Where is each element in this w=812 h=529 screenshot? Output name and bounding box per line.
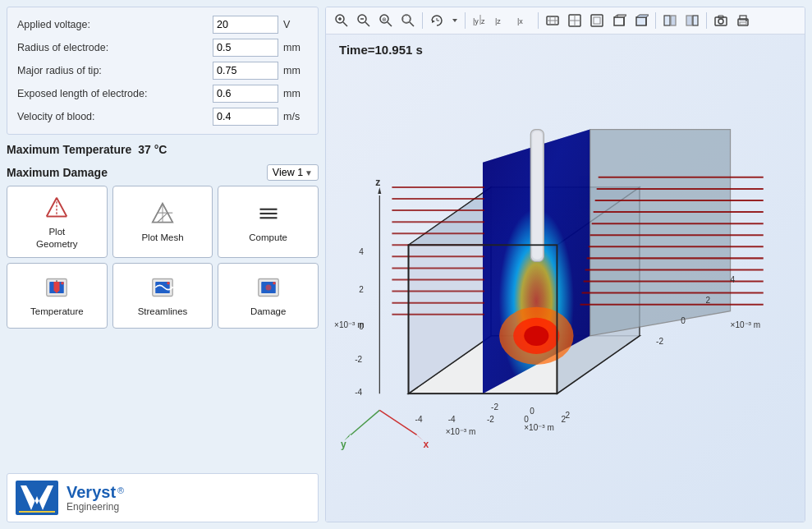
streamlines-button[interactable]: Streamlines: [112, 263, 213, 329]
param-label-velocity: Velocity of blood:: [17, 111, 213, 122]
print-button[interactable]: [732, 11, 754, 30]
toolbar-zoom-group: ⊕: [331, 11, 419, 30]
svg-text:z: z: [481, 17, 485, 25]
param-input-velocity[interactable]: [213, 108, 278, 126]
rotate-dropdown-button[interactable]: [448, 11, 461, 30]
rotate-button[interactable]: [426, 11, 447, 30]
svg-text:0: 0: [681, 316, 686, 325]
svg-rect-60: [591, 15, 603, 26]
svg-line-36: [365, 22, 369, 26]
param-row-voltage: Applied voltage: V: [17, 16, 308, 34]
param-input-radius-electrode[interactable]: [213, 39, 278, 57]
svg-line-120: [351, 410, 379, 435]
max-temp-value: 37 °C: [138, 143, 167, 156]
axis-yz-button[interactable]: |z: [491, 11, 512, 30]
plot-mesh-icon: [148, 200, 177, 227]
svg-point-26: [273, 282, 276, 285]
compute-button[interactable]: Compute: [218, 186, 319, 258]
zoom-in-button[interactable]: [331, 11, 352, 30]
toolbar-sep-4: [655, 12, 656, 29]
svg-rect-70: [671, 16, 676, 25]
axis-xz-button[interactable]: |x: [513, 11, 534, 30]
svg-text:-2: -2: [355, 355, 362, 364]
box-alt-button[interactable]: [631, 11, 652, 30]
svg-text:×10⁻³ m: ×10⁻³ m: [446, 427, 476, 436]
param-row-major-radius: Major radius of tip: mm: [17, 62, 308, 80]
svg-marker-44: [432, 20, 435, 23]
max-damage-section: Maximum Damage View 1 ▼: [7, 164, 319, 329]
svg-text:0: 0: [530, 407, 534, 416]
logo-trademark: ®: [117, 485, 124, 495]
svg-text:-2: -2: [487, 415, 494, 424]
svg-rect-71: [686, 16, 692, 25]
screenshot-button[interactable]: [710, 11, 732, 30]
param-label-exposed-length: Exposed length of electrode:: [17, 88, 213, 99]
view-dropdown-label: View 1: [273, 167, 303, 178]
svg-line-8: [163, 204, 167, 213]
svg-marker-63: [614, 15, 626, 17]
svg-line-0: [47, 198, 57, 217]
temperature-button[interactable]: Temperature: [7, 263, 108, 329]
svg-text:4: 4: [359, 247, 364, 256]
param-unit-major-radius: mm: [278, 65, 308, 76]
param-input-voltage[interactable]: [213, 16, 278, 34]
param-row-velocity: Velocity of blood: m/s: [17, 108, 308, 126]
view-dropdown[interactable]: View 1 ▼: [267, 164, 319, 181]
toolbar-rotate-group: [426, 11, 461, 30]
svg-line-42: [410, 22, 414, 26]
svg-text:y: y: [341, 439, 346, 450]
hide-left-button[interactable]: [659, 11, 681, 30]
max-temp-label: Maximum Temperature: [7, 143, 131, 156]
plot-area[interactable]: Time=10.951 s: [326, 34, 805, 522]
svg-text:×10⁻³ m: ×10⁻³ m: [524, 423, 554, 432]
param-input-major-radius[interactable]: [213, 62, 278, 80]
grid-alt-button[interactable]: [586, 11, 608, 30]
param-unit-exposed-length: mm: [278, 88, 308, 99]
svg-text:|z: |z: [495, 17, 501, 25]
svg-text:2: 2: [359, 285, 364, 294]
logo-name: Veryst: [67, 483, 116, 501]
box-button[interactable]: [608, 11, 630, 30]
param-label-radius-electrode: Radius of electrode:: [17, 42, 213, 53]
damage-button[interactable]: Damage: [218, 263, 319, 329]
toolbar-axis-group: |yz |z |x: [469, 11, 534, 30]
svg-text:×10⁻³ m: ×10⁻³ m: [334, 320, 365, 329]
param-row-radius-electrode: Radius of electrode: mm: [17, 39, 308, 57]
temperature-icon: [42, 274, 71, 301]
svg-rect-62: [614, 17, 624, 25]
svg-rect-30: [19, 511, 55, 513]
param-label-major-radius: Major radius of tip:: [17, 65, 213, 76]
svg-point-79: [745, 20, 747, 21]
grid-button[interactable]: [564, 11, 585, 30]
svg-marker-124: [415, 433, 424, 440]
svg-marker-67: [636, 15, 649, 17]
svg-text:4: 4: [731, 275, 736, 284]
veryst-logo-icon: [16, 481, 58, 515]
chevron-down-icon: ▼: [305, 168, 313, 177]
params-section: Applied voltage: V Radius of electrode: …: [7, 7, 319, 135]
param-input-exposed-length[interactable]: [213, 85, 278, 103]
toolbar-sep-1: [422, 12, 423, 29]
svg-text:-2: -2: [491, 402, 498, 412]
plot-mesh-button[interactable]: Plot Mesh: [112, 186, 213, 258]
zoom-box-button[interactable]: [397, 11, 419, 30]
zoom-out-button[interactable]: [353, 11, 374, 30]
plot-geometry-icon: [42, 195, 71, 221]
svg-rect-66: [636, 17, 646, 25]
toolbar-sep-5: [706, 12, 707, 29]
svg-line-39: [388, 22, 392, 26]
max-temp-row: Maximum Temperature 37 °C: [7, 140, 319, 159]
zoom-extents-button[interactable]: ⊕: [375, 11, 397, 30]
svg-rect-69: [664, 16, 670, 25]
plot-geometry-button[interactable]: PlotGeometry: [7, 186, 108, 258]
svg-text:-2: -2: [656, 337, 663, 346]
streamlines-label: Streamlines: [138, 306, 188, 318]
svg-text:-4: -4: [355, 388, 362, 397]
hide-right-button[interactable]: [681, 11, 703, 30]
svg-point-19: [62, 282, 65, 285]
axis-xy-button[interactable]: |yz: [469, 11, 490, 30]
reset-view-button[interactable]: [542, 11, 563, 30]
param-unit-voltage: V: [278, 19, 308, 30]
svg-line-32: [343, 22, 347, 26]
svg-point-74: [718, 19, 723, 24]
